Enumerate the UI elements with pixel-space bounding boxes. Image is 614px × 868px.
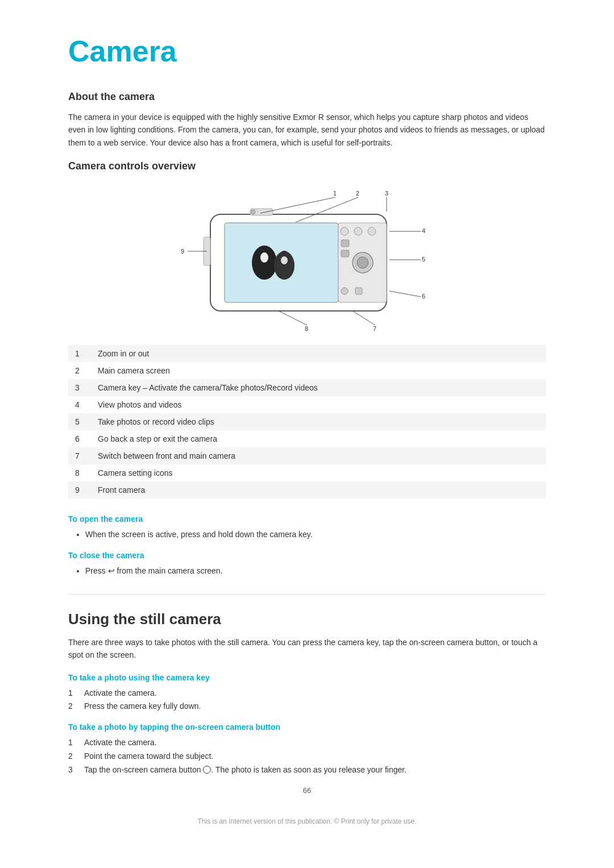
table-cell-num: 1 [68,345,91,362]
svg-text:5: 5 [422,256,425,263]
take-photo-key-list: 1Activate the camera.2Press the camera k… [68,687,546,714]
svg-point-20 [251,210,255,214]
table-row: 8Camera setting icons [68,464,546,481]
step-label: Tap the on-screen camera button . The ph… [84,763,406,777]
step-num: 2 [68,700,78,713]
table-cell-num: 5 [68,413,91,430]
using-text: There are three ways to take photos with… [68,636,546,662]
about-text: The camera in your device is equipped wi… [68,111,546,149]
table-row: 9Front camera [68,481,546,499]
step-label: Activate the camera. [84,736,157,750]
svg-point-11 [341,227,349,235]
svg-text:4: 4 [422,227,425,234]
svg-line-31 [389,291,421,297]
svg-line-35 [279,311,307,325]
table-cell-num: 3 [68,379,91,396]
using-heading: Using the still camera [68,610,546,628]
open-camera-heading: To open the camera [68,514,546,524]
close-camera-section: To close the camera Press ↩ from the mai… [68,551,546,578]
open-camera-section: To open the camera When the screen is ac… [68,514,546,542]
camera-diagram: 1 2 3 4 5 6 7 8 9 [68,186,546,334]
about-heading: About the camera [68,91,546,103]
list-item: 3Tap the on-screen camera button . The p… [68,763,546,777]
footer: This is an Internet version of this publ… [68,817,546,825]
table-cell-num: 2 [68,362,91,379]
take-photo-tap-list: 1Activate the camera.2Point the camera t… [68,736,546,776]
close-camera-suffix: from the main camera screen. [115,566,223,575]
list-item: 2Press the camera key fully down. [68,700,546,713]
close-camera-prefix: Press [85,566,108,575]
table-cell-label: Go back a step or exit the camera [91,430,546,447]
back-icon: ↩ [108,564,115,578]
table-cell-label: Zoom in or out [91,345,546,362]
svg-text:8: 8 [305,325,308,332]
take-photo-key-section: To take a photo using the camera key 1Ac… [68,673,546,714]
section-divider [68,594,546,595]
step-num: 1 [68,687,78,700]
svg-text:7: 7 [373,325,376,332]
table-cell-label: Camera setting icons [91,464,546,481]
step-label: Activate the camera. [84,687,157,700]
page-number: 66 [68,786,546,795]
svg-point-10 [357,257,368,268]
table-cell-label: View photos and videos [91,396,546,413]
svg-rect-15 [341,250,349,257]
svg-point-7 [281,256,288,264]
take-photo-tap-section: To take a photo by tapping the on-screen… [68,722,546,776]
table-cell-num: 9 [68,481,91,499]
table-cell-num: 6 [68,430,91,447]
controls-table: 1Zoom in or out2Main camera screen3Camer… [68,345,546,499]
step-label: Press the camera key fully down. [84,700,201,713]
svg-text:2: 2 [356,190,359,197]
table-row: 3Camera key – Activate the camera/Take p… [68,379,546,396]
close-camera-bullet: Press ↩ from the main camera screen. [85,564,546,578]
svg-rect-14 [341,240,349,247]
table-row: 1Zoom in or out [68,345,546,362]
table-cell-label: Switch between front and main camera [91,447,546,464]
svg-text:9: 9 [181,248,184,255]
table-row: 7Switch between front and main camera [68,447,546,464]
svg-point-12 [354,227,362,235]
table-cell-num: 7 [68,447,91,464]
svg-point-16 [341,288,348,294]
table-cell-num: 4 [68,396,91,413]
svg-rect-17 [355,288,362,294]
table-cell-label: Take photos or record video clips [91,413,546,430]
list-item: 1Activate the camera. [68,687,546,700]
list-item: 1Activate the camera. [68,736,546,750]
svg-line-33 [352,311,375,325]
controls-heading: Camera controls overview [68,160,546,172]
table-row: 5Take photos or record video clips [68,413,546,430]
svg-text:1: 1 [333,190,337,197]
take-photo-tap-heading: To take a photo by tapping the on-screen… [68,722,546,732]
svg-text:3: 3 [385,190,388,197]
take-photo-key-heading: To take a photo using the camera key [68,673,546,682]
step-num: 2 [68,750,78,763]
list-item: 2Point the camera toward the subject. [68,750,546,763]
table-cell-label: Front camera [91,481,546,499]
svg-point-13 [368,227,376,235]
table-cell-label: Camera key – Activate the camera/Take ph… [91,379,546,396]
open-camera-list: When the screen is active, press and hol… [68,528,546,542]
table-cell-num: 8 [68,464,91,481]
step-label: Point the camera toward the subject. [84,750,213,763]
close-camera-list: Press ↩ from the main camera screen. [68,564,546,578]
page-title: Camera [68,34,546,68]
table-row: 4View photos and videos [68,396,546,413]
step-num: 1 [68,736,78,750]
table-row: 2Main camera screen [68,362,546,379]
step-num: 3 [68,763,78,777]
table-cell-label: Main camera screen [91,362,546,379]
camera-button-icon [203,766,211,774]
open-camera-bullet: When the screen is active, press and hol… [85,528,546,542]
close-camera-heading: To close the camera [68,551,546,560]
svg-text:6: 6 [422,293,425,300]
svg-point-4 [260,252,268,263]
table-row: 6Go back a step or exit the camera [68,430,546,447]
